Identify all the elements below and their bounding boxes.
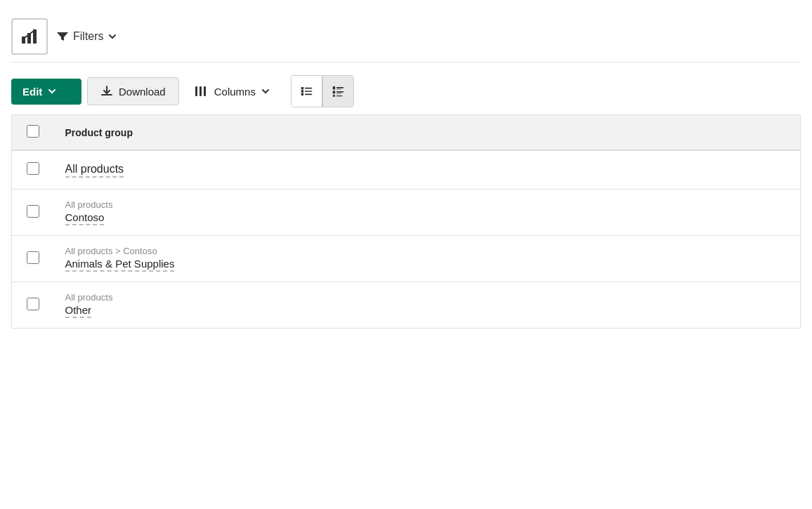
svg-rect-18	[336, 93, 341, 94]
download-label: Download	[119, 86, 166, 98]
columns-caret-icon	[261, 87, 270, 95]
columns-icon	[195, 85, 209, 98]
svg-rect-14	[336, 87, 343, 88]
row-checkbox-cell	[12, 282, 54, 329]
svg-rect-7	[301, 87, 303, 89]
product-group-cell: All productsContoso	[54, 190, 801, 236]
svg-rect-12	[305, 93, 312, 95]
row-checkbox[interactable]	[27, 251, 39, 264]
filter-caret-icon	[108, 32, 117, 41]
svg-rect-5	[199, 86, 202, 96]
row-checkbox[interactable]	[27, 162, 39, 175]
edit-caret-icon	[48, 87, 56, 95]
svg-rect-17	[336, 91, 343, 93]
row-checkbox[interactable]	[27, 298, 39, 310]
svg-rect-19	[333, 95, 335, 97]
svg-rect-10	[305, 91, 312, 92]
chart-button[interactable]	[11, 18, 48, 55]
svg-rect-6	[204, 86, 206, 96]
product-table: Product group All productsAll productsCo…	[11, 114, 801, 329]
filters-button[interactable]: Filters	[56, 30, 117, 43]
columns-button[interactable]: Columns	[185, 78, 280, 105]
select-all-checkbox[interactable]	[27, 125, 39, 138]
table-row: All products > ContosoAnimals & Pet Supp…	[12, 236, 801, 282]
top-bar: Filters	[11, 11, 801, 62]
svg-rect-20	[336, 95, 343, 96]
cell-main-name: All products	[65, 163, 124, 178]
cell-breadcrumb: All products	[65, 199, 790, 210]
cell-breadcrumb: All products > Contoso	[65, 246, 790, 256]
chart-icon	[20, 27, 39, 46]
table-header-row: Product group	[12, 115, 801, 151]
filter-icon	[56, 30, 69, 43]
cell-breadcrumb: All products	[65, 292, 790, 303]
columns-label: Columns	[214, 86, 256, 98]
row-checkbox-cell	[12, 236, 54, 282]
download-button[interactable]: Download	[87, 77, 179, 105]
svg-rect-9	[301, 90, 303, 92]
row-checkbox-cell	[12, 190, 54, 236]
cell-main-name: Animals & Pet Supplies	[65, 258, 175, 272]
table-row: All productsOther	[12, 282, 801, 329]
svg-rect-15	[336, 89, 341, 90]
filters-label: Filters	[73, 30, 104, 43]
main-container: Filters Edit Download	[0, 0, 812, 329]
list-icon	[332, 84, 345, 99]
product-group-cell: All products	[54, 150, 801, 190]
svg-rect-11	[301, 93, 303, 95]
svg-rect-13	[333, 86, 335, 89]
compact-list-icon	[300, 84, 313, 99]
compact-list-view-button[interactable]	[292, 76, 322, 107]
product-group-header: Product group	[54, 115, 801, 151]
toolbar: Edit Download Columns	[11, 68, 801, 114]
product-group-cell: All products > ContosoAnimals & Pet Supp…	[54, 236, 801, 282]
product-group-cell: All productsOther	[54, 282, 801, 329]
edit-label: Edit	[22, 86, 42, 98]
row-checkbox-cell	[12, 150, 54, 190]
svg-rect-8	[305, 88, 312, 89]
table-row: All productsContoso	[12, 190, 801, 236]
row-checkbox[interactable]	[27, 205, 39, 218]
svg-rect-16	[333, 91, 335, 93]
cell-main-name: Other	[65, 304, 92, 318]
cell-main-name: Contoso	[65, 211, 105, 225]
download-icon	[100, 85, 113, 98]
svg-rect-4	[195, 86, 197, 96]
view-toggle	[291, 75, 354, 107]
edit-button[interactable]: Edit	[11, 79, 81, 105]
table-row: All products	[12, 150, 801, 190]
select-all-header	[12, 115, 54, 151]
list-view-button[interactable]	[322, 76, 353, 107]
